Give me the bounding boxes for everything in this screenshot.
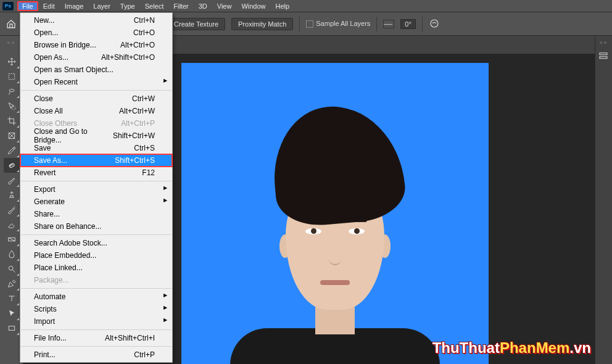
- menu-item-revert[interactable]: RevertF12: [20, 167, 172, 179]
- menu-item-accelerator: Shift+Ctrl+W: [113, 131, 155, 140]
- svg-rect-14: [9, 326, 14, 331]
- separator: [422, 17, 423, 31]
- proximity-match-button[interactable]: Proximity Match: [231, 18, 293, 30]
- properties-panel-icon[interactable]: [598, 51, 610, 63]
- menu-separator: [21, 288, 172, 289]
- path-select-tool[interactable]: [4, 306, 20, 321]
- menu-item-label: Package...: [34, 276, 69, 284]
- separator: [376, 17, 377, 31]
- menu-item-scripts[interactable]: Scripts: [20, 303, 172, 315]
- menu-type[interactable]: Type: [115, 1, 140, 11]
- blur-tool[interactable]: [4, 247, 20, 262]
- menu-item-label: Close All: [34, 107, 63, 115]
- menu-item-label: Place Linked...: [34, 263, 83, 272]
- angle-icon[interactable]: [383, 20, 394, 28]
- panel-grip-icon[interactable]: ««: [7, 39, 15, 46]
- menu-item-share[interactable]: Share...: [20, 208, 172, 220]
- frame-tool[interactable]: [4, 128, 20, 143]
- menu-item-accelerator: Ctrl+P: [134, 350, 155, 359]
- menu-bar: Ps FileEditImageLayerTypeSelectFilter3DV…: [0, 0, 612, 12]
- app-icon: Ps: [2, 2, 14, 10]
- menu-separator: [21, 181, 172, 181]
- menu-layer[interactable]: Layer: [88, 1, 115, 11]
- menu-item-label: Place Embedded...: [34, 251, 96, 260]
- move-tool[interactable]: [4, 54, 20, 69]
- menu-window[interactable]: Window: [236, 1, 270, 11]
- menu-item-open[interactable]: Open...Ctrl+O: [20, 27, 172, 39]
- menu-3d[interactable]: 3D: [194, 1, 212, 11]
- menu-separator: [21, 90, 172, 91]
- pressure-size-icon[interactable]: [429, 18, 440, 30]
- menu-item-export[interactable]: Export: [20, 183, 172, 196]
- healing-brush-tool[interactable]: [4, 158, 20, 173]
- menu-select[interactable]: Select: [140, 1, 169, 11]
- menu-item-automate[interactable]: Automate: [20, 291, 172, 303]
- svg-rect-6: [9, 73, 14, 79]
- menu-item-place-embedded[interactable]: Place Embedded...: [20, 249, 172, 262]
- svg-rect-15: [600, 53, 607, 55]
- menu-item-label: Share...: [34, 210, 60, 218]
- menu-item-label: Scripts: [34, 305, 57, 313]
- menu-item-file-info[interactable]: File Info...Alt+Shift+Ctrl+I: [20, 332, 172, 344]
- menu-edit[interactable]: Edit: [38, 1, 60, 11]
- create-texture-button[interactable]: Create Texture: [167, 18, 225, 30]
- dodge-tool[interactable]: [4, 262, 20, 276]
- menu-item-accelerator: Ctrl+N: [134, 16, 155, 25]
- crop-tool[interactable]: [4, 114, 20, 128]
- menu-item-label: Automate: [34, 292, 65, 301]
- clone-stamp-tool[interactable]: [4, 188, 20, 202]
- menu-item-share-on-behance[interactable]: Share on Behance...: [20, 220, 172, 233]
- menu-item-close-all[interactable]: Close AllAlt+Ctrl+W: [20, 105, 172, 117]
- menu-item-label: Generate: [34, 197, 65, 206]
- menu-item-search-adobe-stock[interactable]: Search Adobe Stock...: [20, 237, 172, 249]
- menu-item-label: Save As...: [34, 156, 67, 165]
- menu-item-import[interactable]: Import: [20, 315, 172, 328]
- svg-point-13: [9, 266, 13, 270]
- pen-tool[interactable]: [4, 276, 20, 291]
- menu-item-label: Revert: [34, 168, 56, 177]
- menu-file[interactable]: File: [17, 1, 38, 11]
- menu-item-generate[interactable]: Generate: [20, 196, 172, 208]
- menu-image[interactable]: Image: [60, 1, 89, 11]
- marquee-tool[interactable]: [4, 69, 20, 84]
- menu-item-print[interactable]: Print...Ctrl+P: [20, 349, 172, 361]
- menu-item-open-as-smart-object[interactable]: Open as Smart Object...: [20, 64, 172, 76]
- menu-item-close-and-go-to-bridge[interactable]: Close and Go to Bridge...Shift+Ctrl+W: [20, 130, 172, 142]
- panel-grip-icon[interactable]: »»: [595, 36, 612, 46]
- brush-tool[interactable]: [4, 173, 20, 188]
- menu-item-new[interactable]: New...Ctrl+N: [20, 14, 172, 27]
- menu-item-label: Import: [34, 317, 55, 326]
- history-brush-tool[interactable]: [4, 202, 20, 217]
- menu-item-label: Open as Smart Object...: [34, 65, 114, 74]
- gradient-tool[interactable]: [4, 232, 20, 247]
- menu-item-open-as[interactable]: Open As...Alt+Shift+Ctrl+O: [20, 51, 172, 64]
- menu-help[interactable]: Help: [271, 1, 295, 11]
- menu-item-save-as[interactable]: Save As...Shift+Ctrl+S: [20, 154, 172, 167]
- portrait-image: [181, 63, 489, 364]
- menu-item-accelerator: Alt+Ctrl+W: [119, 107, 155, 115]
- document-canvas[interactable]: [181, 63, 489, 364]
- quick-select-tool[interactable]: [4, 99, 20, 114]
- lasso-tool[interactable]: [4, 84, 20, 99]
- eraser-tool[interactable]: [4, 217, 20, 232]
- right-panel-dock: »»: [595, 36, 612, 364]
- menu-item-open-recent[interactable]: Open Recent: [20, 76, 172, 88]
- menu-item-accelerator: F12: [142, 168, 155, 177]
- type-tool[interactable]: [4, 291, 20, 306]
- sample-all-layers-checkbox[interactable]: Sample All Layers: [306, 20, 370, 28]
- menu-view[interactable]: View: [212, 1, 237, 11]
- menu-item-place-linked[interactable]: Place Linked...: [20, 262, 172, 274]
- menu-item-browse-in-bridge[interactable]: Browse in Bridge...Alt+Ctrl+O: [20, 39, 172, 51]
- svg-point-10: [10, 165, 10, 166]
- menu-item-save[interactable]: SaveCtrl+S: [20, 142, 172, 154]
- menu-item-accelerator: Alt+Ctrl+O: [120, 41, 155, 49]
- svg-rect-16: [600, 57, 607, 59]
- menu-filter[interactable]: Filter: [168, 1, 193, 11]
- angle-value[interactable]: 0°: [400, 19, 416, 29]
- menu-item-close[interactable]: CloseCtrl+W: [20, 93, 172, 105]
- home-icon[interactable]: [5, 18, 17, 30]
- menu-item-label: Export: [34, 185, 56, 194]
- eyedropper-tool[interactable]: [4, 143, 20, 158]
- menu-item-label: Open As...: [34, 53, 68, 62]
- rectangle-tool[interactable]: [4, 321, 20, 336]
